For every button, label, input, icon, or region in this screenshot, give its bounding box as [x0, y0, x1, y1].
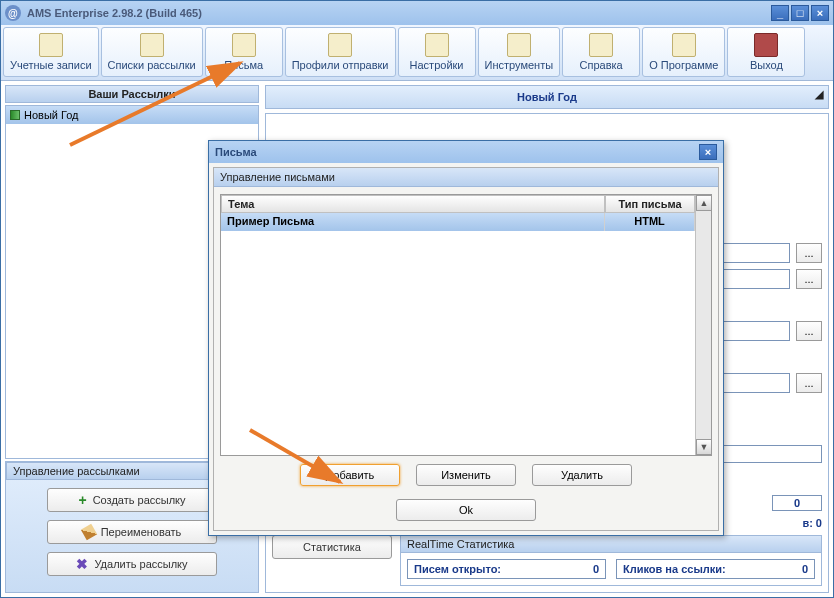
browse-button-3[interactable]: ...: [796, 321, 822, 341]
rename-mailing-button[interactable]: Переименовать: [47, 520, 217, 544]
opened-stat: Писем открыто:0: [407, 559, 606, 579]
browse-button-4[interactable]: ...: [796, 373, 822, 393]
toolbar-profiles[interactable]: Профили отправки: [285, 27, 396, 77]
delete-mailing-button[interactable]: ✖Удалить рассылку: [47, 552, 217, 576]
clicks-stat: Кликов на ссылки:0: [616, 559, 815, 579]
x-icon: ✖: [76, 556, 88, 572]
scroll-up-icon[interactable]: ▲: [696, 195, 712, 211]
toolbar-lists[interactable]: Списки рассылки: [101, 27, 203, 77]
toolbar-letters[interactable]: Письма: [205, 27, 283, 77]
letters-dialog: Письма × Управление письмами Тема Тип пи…: [208, 140, 724, 536]
dialog-close-button[interactable]: ×: [699, 144, 717, 160]
dialog-title: Письма: [215, 146, 257, 158]
browse-button-2[interactable]: ...: [796, 269, 822, 289]
lists-icon: [140, 33, 164, 57]
toolbar-about[interactable]: О Программе: [642, 27, 725, 77]
mailing-title: Новый Год: [265, 85, 829, 109]
count-box-1: 0: [772, 495, 822, 511]
col-subject[interactable]: Тема: [221, 195, 605, 213]
mailing-item[interactable]: Новый Год: [6, 106, 258, 124]
exit-icon: [754, 33, 778, 57]
scrollbar[interactable]: ▲ ▼: [695, 195, 711, 455]
settings-icon: [425, 33, 449, 57]
col-type[interactable]: Тип письма: [605, 195, 695, 213]
toolbar-tools[interactable]: Инструменты: [478, 27, 561, 77]
realtime-stats-panel: RealTime Статистика Писем открыто:0 Клик…: [400, 535, 822, 586]
add-button[interactable]: Добавить: [300, 464, 400, 486]
letters-icon: [232, 33, 256, 57]
scroll-down-icon[interactable]: ▼: [696, 439, 712, 455]
ok-button[interactable]: Ok: [396, 499, 536, 521]
app-title: AMS Enterprise 2.98.2 (Build 465): [27, 7, 771, 19]
letter-row[interactable]: Пример Письма HTML: [221, 213, 711, 231]
status-icon: [10, 110, 20, 120]
dialog-group-header: Управление письмами: [214, 168, 718, 187]
toolbar-exit[interactable]: Выход: [727, 27, 805, 77]
statistics-button[interactable]: Статистика: [272, 535, 392, 559]
pencil-icon: [80, 524, 96, 540]
close-button[interactable]: ×: [811, 5, 829, 21]
mailing-label: Новый Год: [24, 109, 79, 121]
letters-list[interactable]: Тема Тип письма Пример Письма HTML ▲ ▼: [220, 194, 712, 456]
minimize-button[interactable]: _: [771, 5, 789, 21]
create-mailing-button[interactable]: +Создать рассылку: [47, 488, 217, 512]
toolbar: Учетные записи Списки рассылки Письма Пр…: [1, 25, 833, 81]
edit-button[interactable]: Изменить: [416, 464, 516, 486]
browse-button-1[interactable]: ...: [796, 243, 822, 263]
app-icon: @: [5, 5, 21, 21]
row-type: HTML: [605, 213, 695, 231]
tools-icon: [507, 33, 531, 57]
maximize-button[interactable]: □: [791, 5, 809, 21]
row-suffix-label: в: 0: [802, 517, 822, 529]
plus-icon: +: [78, 492, 86, 508]
toolbar-accounts[interactable]: Учетные записи: [3, 27, 99, 77]
delete-button[interactable]: Удалить: [532, 464, 632, 486]
about-icon: [672, 33, 696, 57]
titlebar[interactable]: @ AMS Enterprise 2.98.2 (Build 465) _ □ …: [1, 1, 833, 25]
toolbar-settings[interactable]: Настройки: [398, 27, 476, 77]
dialog-titlebar[interactable]: Письма ×: [209, 141, 723, 163]
mailings-header: Ваши Рассылки◢: [5, 85, 259, 103]
row-subject: Пример Письма: [221, 213, 605, 231]
toolbar-help[interactable]: Справка: [562, 27, 640, 77]
accounts-icon: [39, 33, 63, 57]
realtime-stats-header: RealTime Статистика: [401, 536, 821, 553]
help-icon: [589, 33, 613, 57]
profiles-icon: [328, 33, 352, 57]
